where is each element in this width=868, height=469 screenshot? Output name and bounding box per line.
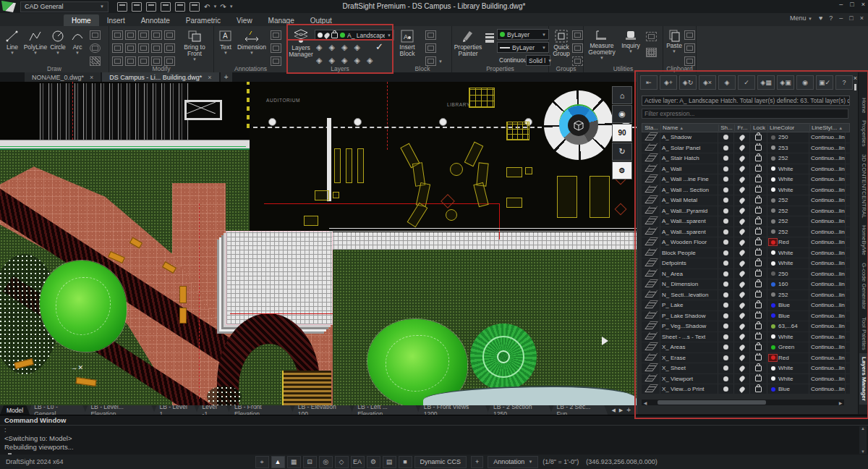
layer-tool-icon[interactable]: ◈ bbox=[316, 55, 322, 65]
minimize-button[interactable]: – bbox=[839, 1, 843, 8]
status-toggle-icon[interactable]: ⚙ bbox=[367, 456, 380, 468]
show-icon[interactable] bbox=[723, 334, 728, 339]
freeze-icon[interactable] bbox=[739, 365, 746, 372]
add-scale-button[interactable]: + bbox=[471, 456, 483, 468]
layer-tool-icon[interactable]: ◈ bbox=[341, 55, 347, 65]
layer-row[interactable]: N_ Secti...levation 252 Continuo...lin bbox=[642, 290, 850, 301]
panel-tool-button[interactable]: ◈▣ bbox=[777, 75, 794, 90]
apply-check-icon[interactable]: ✓ bbox=[375, 42, 383, 52]
properties-painter-button[interactable]: Properties Painter bbox=[454, 29, 482, 57]
layer-color-cell[interactable]: 160 bbox=[767, 279, 809, 290]
line-button[interactable]: Line▼ bbox=[3, 29, 22, 56]
cut-icon[interactable] bbox=[684, 30, 695, 40]
copy-area-icon[interactable] bbox=[646, 32, 657, 41]
show-icon[interactable] bbox=[723, 324, 728, 329]
pin-icon[interactable] bbox=[854, 84, 856, 90]
layout-tab[interactable]: LB - Elevation 100 bbox=[292, 405, 353, 415]
next-layout-icon[interactable]: ▶ bbox=[619, 407, 623, 413]
command-scrollbar[interactable]: ▲▼ bbox=[859, 426, 867, 454]
wheel-inner-ring[interactable] bbox=[559, 106, 598, 145]
layer-color-cell[interactable]: 252 bbox=[767, 195, 809, 206]
mirror-icon[interactable] bbox=[151, 30, 162, 40]
panel-tool-button[interactable]: ◈× bbox=[699, 75, 716, 90]
layer-row[interactable]: N_ Area 250 Continuo...lin bbox=[642, 269, 850, 280]
ribbon-tab[interactable]: Home bbox=[64, 14, 99, 26]
show-icon[interactable] bbox=[723, 208, 728, 214]
ellipse-icon[interactable] bbox=[90, 43, 101, 53]
ribbon-tab[interactable]: Insert bbox=[99, 14, 133, 26]
lock-icon[interactable] bbox=[755, 271, 762, 276]
lock-icon[interactable] bbox=[755, 187, 762, 193]
layer-color-cell[interactable]: White bbox=[767, 258, 809, 269]
show-icon[interactable] bbox=[723, 386, 728, 392]
panel-tool-button[interactable]: ◈ bbox=[718, 75, 736, 90]
scroll-left-icon[interactable]: ◀ bbox=[642, 400, 649, 405]
prev-layout-icon[interactable]: ◀ bbox=[611, 407, 615, 413]
show-icon[interactable] bbox=[723, 229, 728, 234]
import-icon[interactable] bbox=[146, 2, 156, 12]
show-icon[interactable] bbox=[723, 292, 728, 297]
layout-tab[interactable]: LB - L0 - General bbox=[27, 405, 86, 415]
show-icon[interactable] bbox=[723, 271, 728, 276]
layer-color-cell[interactable]: Red bbox=[767, 237, 809, 248]
view-tool-button[interactable]: 90 bbox=[612, 124, 632, 142]
freeze-icon[interactable] bbox=[739, 344, 746, 351]
lock-icon[interactable] bbox=[755, 240, 762, 245]
insert-block-button[interactable]: A Insert Block bbox=[396, 29, 419, 57]
edit-block-icon[interactable] bbox=[425, 43, 436, 53]
layer-color-cell[interactable]: 253 bbox=[767, 143, 809, 153]
close-panel-icon[interactable]: × bbox=[854, 75, 857, 82]
layer-row[interactable]: A_ Wall...sparent 252 Continuo...lin bbox=[642, 216, 850, 227]
layer-row[interactable]: A_ Wall White Continuo...lin bbox=[642, 164, 850, 175]
show-icon[interactable] bbox=[723, 219, 728, 224]
panel-tool-button[interactable]: ◈↻ bbox=[679, 75, 697, 90]
column-show[interactable]: Sh... bbox=[719, 124, 735, 131]
freeze-icon[interactable] bbox=[739, 302, 746, 309]
layer-color-cell[interactable]: White bbox=[767, 185, 809, 195]
ungroup-icon[interactable] bbox=[572, 43, 583, 53]
show-icon[interactable] bbox=[723, 303, 728, 308]
group-icon[interactable] bbox=[572, 30, 583, 40]
menu-button[interactable]: Menu ▼ bbox=[790, 14, 812, 22]
restore-button[interactable]: □ bbox=[850, 1, 854, 8]
document-tab[interactable]: NONAME_0.dwg*× bbox=[25, 72, 101, 82]
layer-color-cell[interactable]: Blue bbox=[767, 311, 809, 321]
panel-tool-button[interactable]: ▣✓ bbox=[816, 75, 833, 90]
show-icon[interactable] bbox=[723, 177, 728, 182]
chamfer-icon[interactable] bbox=[164, 43, 175, 53]
show-icon[interactable] bbox=[723, 166, 728, 172]
layer-color-cell[interactable]: White bbox=[767, 174, 809, 185]
ribbon-tab[interactable]: Output bbox=[302, 14, 340, 26]
hatch-style-dropdown[interactable]: Solid l▼ bbox=[526, 55, 550, 66]
doc-minimize-button[interactable]: – bbox=[839, 14, 843, 22]
freeze-icon[interactable] bbox=[739, 144, 746, 151]
doc-close-button[interactable]: × bbox=[860, 14, 864, 22]
dimension-button[interactable]: Dimension▼ bbox=[236, 29, 268, 56]
ribbon-tab[interactable]: View bbox=[229, 14, 260, 26]
show-icon[interactable] bbox=[723, 282, 728, 287]
layer-row[interactable]: X_ Sheet White Continuo...lin bbox=[642, 363, 850, 374]
active-layer-dropdown[interactable]: A_ Landscape I ▼ bbox=[315, 30, 394, 41]
column-name[interactable]: Name▲ bbox=[661, 124, 719, 131]
lock-icon[interactable] bbox=[755, 156, 762, 161]
freeze-icon[interactable] bbox=[739, 228, 746, 235]
layer-color-cell[interactable]: White bbox=[767, 363, 809, 373]
chevron-down-icon[interactable]: ▼ bbox=[438, 59, 443, 64]
close-tab-icon[interactable]: × bbox=[208, 74, 211, 81]
polyline-button[interactable]: PolyLine▼ bbox=[23, 29, 48, 56]
layer-row[interactable]: Sheet - ...s - Text White Continuo...lin bbox=[642, 332, 850, 343]
column-linestyle[interactable]: LineStyl...▲ bbox=[810, 124, 846, 131]
export-icon[interactable] bbox=[161, 2, 171, 12]
layer-color-cell[interactable]: 252 bbox=[767, 227, 809, 237]
freeze-icon[interactable] bbox=[739, 354, 746, 361]
scroll-right-icon[interactable]: ▶ bbox=[837, 400, 844, 405]
lock-icon[interactable] bbox=[755, 376, 762, 381]
lock-icon[interactable] bbox=[755, 313, 762, 318]
freeze-icon[interactable] bbox=[739, 239, 746, 246]
lock-icon[interactable] bbox=[755, 261, 762, 266]
scale-icon[interactable] bbox=[112, 43, 123, 53]
freeze-icon[interactable] bbox=[739, 312, 746, 319]
document-tab[interactable]: DS Campus - Li... Building.dwg*× bbox=[102, 72, 218, 82]
lock-icon[interactable] bbox=[755, 198, 762, 203]
layer-tool-icon[interactable]: ◈ bbox=[354, 55, 359, 65]
